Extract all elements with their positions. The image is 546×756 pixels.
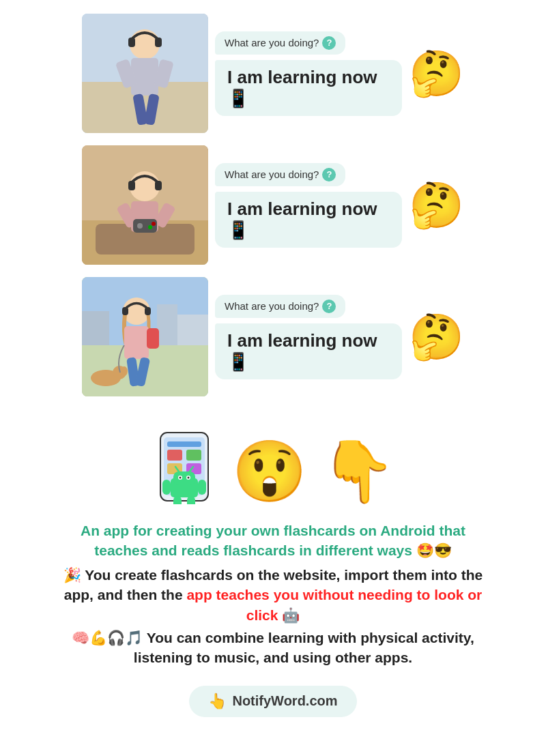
person-image-3: [82, 277, 208, 396]
person-image-1: [82, 14, 208, 133]
question-text-2: What are you doing?: [225, 169, 319, 180]
icons-row: 😲 👇: [150, 429, 396, 514]
svg-point-21: [152, 222, 156, 226]
svg-rect-47: [173, 471, 195, 485]
person-emoji-1: [82, 14, 208, 133]
svg-rect-41: [167, 441, 201, 447]
svg-rect-25: [157, 304, 177, 345]
svg-rect-56: [173, 496, 182, 504]
question-text-3: What are you doing?: [225, 300, 319, 312]
chat-card-3: What are you doing? ? I am learning now …: [82, 277, 464, 396]
svg-rect-9: [155, 38, 162, 47]
svg-point-51: [188, 477, 190, 479]
svg-rect-33: [147, 328, 159, 349]
answer-bubble-1: I am learning now 📱: [215, 60, 402, 116]
desc-highlight: app teaches you without needing to look …: [186, 587, 482, 622]
person-emoji-3: [82, 277, 208, 396]
svg-rect-3: [131, 58, 158, 96]
svg-point-38: [121, 366, 128, 376]
thinking-emoji-3: 🤔: [409, 311, 464, 363]
answer-emoji-2: 📱: [227, 220, 249, 240]
chat-bubbles-1: What are you doing? ? I am learning now …: [208, 31, 402, 116]
person-emoji-2: [82, 145, 208, 265]
question-mark-1: ?: [322, 36, 336, 50]
thinking-emoji-1: 🤔: [409, 48, 464, 100]
svg-rect-30: [124, 326, 149, 359]
person-image-2: [82, 145, 208, 265]
footer-tld: .com: [306, 693, 338, 708]
question-bubble-1: What are you doing? ?: [215, 31, 345, 55]
answer-text-3: I am learning now: [227, 330, 377, 351]
svg-rect-17: [128, 181, 135, 190]
svg-rect-18: [155, 181, 162, 190]
svg-rect-8: [128, 38, 135, 47]
answer-emoji-3: 📱: [227, 351, 249, 372]
svg-rect-27: [82, 311, 109, 345]
description-block: An app for creating your own flashcards …: [41, 521, 505, 679]
chat-bubbles-3: What are you doing? ? I am learning now …: [208, 295, 402, 379]
answer-text-2: I am learning now: [227, 199, 377, 219]
footer-brand: NotifyWord: [232, 693, 305, 708]
question-mark-2: ?: [322, 168, 336, 181]
question-text-1: What are you doing?: [225, 37, 319, 48]
desc-line1: An app for creating your own flashcards …: [55, 521, 491, 561]
svg-rect-34: [122, 307, 128, 315]
svg-point-20: [137, 223, 143, 229]
svg-rect-54: [162, 480, 171, 495]
answer-bubble-3: I am learning now 📱: [215, 323, 402, 379]
answer-text-1: I am learning now: [227, 67, 377, 87]
android-phone-icon: [150, 429, 218, 514]
svg-rect-42: [167, 450, 182, 461]
answer-emoji-1: 📱: [227, 88, 249, 108]
question-bubble-2: What are you doing? ?: [215, 163, 345, 186]
thinking-emoji-2: 🤔: [409, 179, 464, 231]
svg-rect-57: [187, 496, 195, 504]
svg-rect-35: [145, 307, 151, 315]
chat-card-1: What are you doing? ? I am learning now …: [82, 14, 464, 133]
footer-icon: 👆: [208, 693, 227, 710]
pointing-down-emoji-icon: 👇: [321, 441, 396, 501]
svg-rect-43: [186, 450, 201, 461]
svg-point-50: [179, 477, 182, 479]
svg-rect-55: [198, 480, 206, 495]
svg-point-22: [148, 225, 152, 229]
desc-line3: 🧠💪🎧🎵 You can combine learning with physi…: [55, 628, 491, 668]
question-bubble-3: What are you doing? ?: [215, 295, 345, 318]
svg-rect-19: [133, 219, 157, 233]
footer-text: NotifyWord.com: [232, 693, 337, 709]
chat-bubbles-2: What are you doing? ? I am learning now …: [208, 163, 402, 248]
answer-bubble-2: I am learning now 📱: [215, 192, 402, 248]
question-mark-3: ?: [322, 300, 336, 313]
main-container: What are you doing? ? I am learning now …: [0, 0, 546, 738]
desc-line2: 🎉 You create flashcards on the website, …: [55, 565, 491, 625]
footer[interactable]: 👆 NotifyWord.com: [189, 686, 356, 717]
svg-rect-26: [177, 315, 208, 345]
wow-emoji-icon: 😲: [232, 441, 307, 501]
chat-card-2: What are you doing? ? I am learning now …: [82, 145, 464, 265]
